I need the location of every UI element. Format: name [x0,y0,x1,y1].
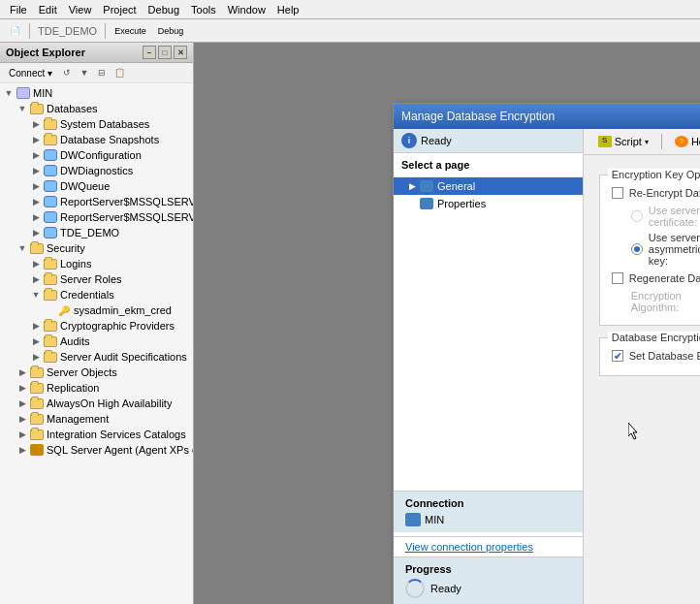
tree-item-system-db[interactable]: ▶ System Databases [2,116,191,132]
db-name-label: TDE_DEMO [38,25,97,37]
progress-spinner [405,579,425,598]
new-query-button[interactable]: 📄 [4,21,25,41]
dialog-left-panel: i Ready Select a page ▶ General ▶ Proper… [394,129,584,604]
use-server-cert-option: Use server certificate: ▾ [631,205,700,228]
menu-bar: File Edit View Project Debug Tools Windo… [0,0,700,19]
server-icon [405,513,421,526]
script-label: Script [615,136,642,147]
regenerate-checkbox[interactable] [612,272,623,284]
set-encryption-option[interactable]: ✔ Set Database Encryption On Now TDE is … [612,350,700,362]
re-encrypt-label: Re-Encrypt Database Encryption Key: [629,187,700,199]
toolbar-sep-2 [105,23,106,39]
menu-edit[interactable]: Edit [33,2,63,17]
re-encrypt-option[interactable]: Re-Encrypt Database Encryption Key: [612,187,700,199]
re-encrypt-checkbox[interactable] [612,187,623,199]
connection-server: MIN [405,513,571,526]
regenerate-option[interactable]: Regenerate Database Encryption Key: [612,272,700,284]
panel-minimize[interactable]: − [143,46,156,59]
asymmetric-radio[interactable] [631,243,643,255]
set-encryption-checkbox[interactable]: ✔ [612,350,623,362]
debug-button[interactable]: Debug [153,21,189,41]
toolbar-sep-1 [29,23,30,39]
regenerate-label: Regenerate Database Encryption Key: [629,272,700,284]
view-connection-link[interactable]: View connection properties [394,536,583,556]
script-dropdown-arrow: ▾ [645,138,649,146]
menu-window[interactable]: Window [222,2,271,17]
use-cert-label: Use server certificate: [649,205,700,228]
panel-restore[interactable]: □ [158,46,172,59]
tree-item-logins[interactable]: ▶ Logins [2,256,191,271]
tree-item-databases[interactable]: ▼ Databases [2,101,191,116]
use-asymmetric-option[interactable]: Use server asymmetric key: TDE_KEY ▾ [631,232,700,267]
page-props-icon [420,198,433,209]
tree-item-replication[interactable]: ▶ Replication [2,380,191,396]
db-encryption-section: Database Encryption Option ✔ Set Databas… [599,337,700,376]
script-button[interactable]: S Script ▾ [591,133,655,150]
panel-close[interactable]: ✕ [174,46,187,59]
tree-item-server-objects[interactable]: ▶ Server Objects [2,365,191,380]
tree-item-credentials[interactable]: ▼ Credentials [2,287,191,302]
tree-item-reportserver1[interactable]: ▶ ReportServer$MSSQLSERVER [2,194,191,209]
menu-help[interactable]: Help [271,2,305,17]
tree-item-snapshots[interactable]: ▶ Database Snapshots [2,132,191,147]
page-properties-label: Properties [437,198,486,209]
object-explorer: Object Explorer − □ ✕ Connect ▾ ↺ ▼ ⊟ 📋 … [0,43,194,604]
manage-encryption-dialog: Manage Database Encryption − □ ✕ i Ready… [393,103,700,604]
menu-file[interactable]: File [4,2,33,17]
encryption-key-section: Encryption Key Option Re-Encrypt Databas… [599,175,700,326]
execute-button[interactable]: Execute [110,21,151,41]
tree-item-security[interactable]: ▼ Security [2,240,191,256]
connect-button[interactable]: Connect ▾ [4,66,57,80]
tree-item-alwayson[interactable]: ▶ AlwaysOn High Availability [2,396,191,411]
tree-item-reportserver2[interactable]: ▶ ReportServer$MSSQLSERVER [2,209,191,225]
menu-debug[interactable]: Debug [143,2,185,17]
refresh-button[interactable]: ↺ [59,65,75,80]
asymmetric-label: Use server asymmetric key: [649,232,700,267]
tree-item-crypto[interactable]: ▶ Cryptographic Providers [2,318,191,334]
panel-header: Object Explorer − □ ✕ [0,43,193,63]
page-properties[interactable]: ▶ Properties [394,195,583,212]
tree-item-audits[interactable]: ▶ Audits [2,334,191,349]
progress-status: Ready [430,583,461,594]
tree-item-dwdiag[interactable]: ▶ DWDiagnostics [2,163,191,178]
menu-tools[interactable]: Tools [185,2,222,17]
properties-button[interactable]: 📋 [111,65,127,80]
toolbar-divider [661,134,662,149]
use-cert-radio [631,210,643,222]
collapse-button[interactable]: ⊟ [94,65,110,80]
page-general-icon: ▶ [409,181,416,191]
dialog-body: i Ready Select a page ▶ General ▶ Proper… [394,129,700,604]
tree: ▼ MIN ▼ Databases ▶ System Databases ▶ D… [0,83,193,604]
select-page-label: Select a page [394,153,583,177]
tree-item-server-roles[interactable]: ▶ Server Roles [2,271,191,287]
dialog-right-panel: S Script ▾ ? Help Encryption [584,129,700,604]
connection-header: Connection [405,497,571,509]
page-general[interactable]: ▶ General [394,177,583,195]
connect-bar: Connect ▾ ↺ ▼ ⊟ 📋 [0,63,193,83]
tree-item-management[interactable]: ▶ Management [2,411,191,427]
connection-section: Connection MIN [394,491,583,532]
dialog-content: Encryption Key Option Re-Encrypt Databas… [584,155,700,604]
dialog-titlebar: Manage Database Encryption − □ ✕ [394,104,700,129]
menu-project[interactable]: Project [97,2,142,17]
help-button[interactable]: ? Help [668,133,700,150]
tree-item-dwconfig[interactable]: ▶ DWConfiguration [2,147,191,163]
tree-item-audit-specs[interactable]: ▶ Server Audit Specifications [2,349,191,365]
filter-button[interactable]: ▼ [77,65,92,80]
algorithm-option: Encryption Algorithm: AES 256 ▾ [631,290,700,313]
progress-row: Ready [405,579,571,598]
tree-item-integration[interactable]: ▶ Integration Services Catalogs [2,427,191,442]
connection-server-name: MIN [425,514,444,525]
tree-item-sysadmin-cred[interactable]: ▶ 🔑 sysadmin_ekm_cred [2,302,191,318]
tree-item-min[interactable]: ▼ MIN [2,85,191,101]
dialog-toolbar: S Script ▾ ? Help [584,129,700,155]
help-icon: ? [675,136,688,147]
tree-item-dwqueue[interactable]: ▶ DWQueue [2,178,191,194]
toolbar: 📄 TDE_DEMO Execute Debug [0,19,700,43]
set-encryption-label: Set Database Encryption On [629,350,700,362]
page-general-label: General [437,180,475,192]
tree-item-tde-demo[interactable]: ▶ TDE_DEMO [2,225,191,240]
menu-view[interactable]: View [63,2,98,17]
page-props-spacer: ▶ [409,199,416,208]
tree-item-sql-agent[interactable]: ▶ SQL Server Agent (Agent XPs disabl [2,442,191,458]
